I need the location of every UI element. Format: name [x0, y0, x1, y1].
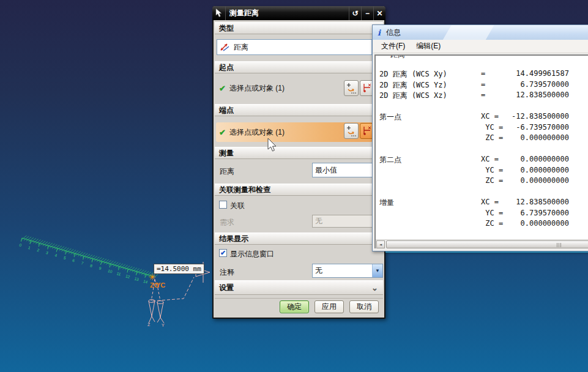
ok-button[interactable]: 确定: [280, 300, 309, 313]
axis-label-z: Z: [147, 322, 151, 327]
point-dialog-icon: [346, 125, 357, 137]
measure-distance-dialog: 测量距离 ↺ − ✕ 类型 距离 ▼ 起点 ✔ 选择点或对象 (1): [212, 6, 385, 319]
associate-checkbox[interactable]: [219, 201, 227, 209]
ruler-number: 8: [90, 263, 94, 268]
requirement-label: 需求: [220, 217, 234, 228]
show-info-window-label: 显示信息窗口: [230, 249, 274, 259]
section-header-start[interactable]: 起点: [215, 61, 383, 73]
green-check-icon: ✔: [219, 84, 226, 93]
close-button[interactable]: ✕: [373, 6, 385, 20]
type-combo[interactable]: 距离 ▼: [217, 39, 382, 55]
info-line: 2D 距离 (WCS Yz)=6.739570000: [376, 80, 588, 91]
ruler-number: 14: [143, 279, 148, 285]
type-combo-value: 距离: [231, 42, 371, 53]
ruler-number: 5: [63, 256, 67, 261]
green-check-icon: ✔: [219, 128, 226, 137]
chevron-down-icon[interactable]: ⌄: [371, 281, 378, 295]
info-line: ZC =0.000000000: [376, 176, 588, 187]
info-line: 增量XC =12.838500000: [376, 198, 588, 208]
minimize-button[interactable]: −: [361, 6, 373, 20]
section-header-label: 结果显示: [219, 234, 248, 243]
info-icon: i: [378, 28, 381, 37]
measure-method-value: 最小值: [313, 165, 372, 176]
button-separator: [215, 298, 383, 299]
blue-check-icon: ✔: [220, 250, 226, 256]
section-header-settings[interactable]: 设置 ⌄: [215, 280, 383, 295]
selection-arrow-icon: [212, 6, 226, 20]
section-header-results[interactable]: 结果显示: [215, 232, 383, 245]
end-select-label: 选择点或对象 (1): [229, 127, 285, 138]
annotation-value: 无: [313, 266, 372, 276]
section-header-assoc[interactable]: 关联测量和检查: [215, 184, 383, 196]
ruler-number: 0: [19, 242, 23, 247]
show-info-window-checkbox[interactable]: ✔: [219, 249, 227, 257]
apply-button[interactable]: 应用: [314, 300, 344, 313]
section-header-label: 起点: [219, 63, 234, 72]
section-header-label: 端点: [219, 106, 234, 114]
end-point-dialog-button[interactable]: [344, 123, 359, 139]
requirement-value: 无: [313, 216, 372, 226]
info-line: ZC =0.000000000: [376, 219, 588, 229]
ruler-hatch: [21, 234, 158, 279]
scroll-left-button[interactable]: ◄: [376, 240, 385, 248]
dropdown-arrow-icon[interactable]: ▼: [372, 264, 382, 277]
dialog-title: 测量距离: [226, 8, 349, 18]
highlight-line: [385, 251, 588, 253]
ruler-ticks: [21, 238, 146, 278]
z-axis-cone: [149, 301, 155, 316]
distance-label: 距离: [220, 166, 234, 177]
info-line: 2D 距离 (WCS Xy)=14.499961587: [376, 69, 588, 80]
y-axis-cone-base: [157, 301, 163, 304]
application-window: 0 1 2 3 4 5 6 7 8 9 10 11 12 13 14: [0, 0, 588, 372]
measurement-ruler[interactable]: 0 1 2 3 4 5 6 7 8 9 10 11 12 13 14: [19, 234, 158, 286]
horizontal-scrollbar[interactable]: ◄: [376, 239, 588, 248]
info-titlebar[interactable]: i 信息: [373, 25, 588, 40]
menu-edit[interactable]: 编辑(E): [413, 40, 444, 53]
ruler-number: 10: [107, 269, 113, 274]
point-icon: [362, 125, 373, 137]
cancel-button[interactable]: 取消: [349, 300, 379, 313]
info-window: i 信息 文件(F) 编辑(E) 距离 2D 距离 (WCS Xy)=14.49…: [372, 24, 588, 251]
annotation-label: 注释: [220, 267, 234, 278]
info-line: YC =6.739570000: [376, 209, 588, 219]
ruler-number: 4: [54, 253, 58, 258]
ruler-number: 6: [72, 258, 76, 263]
ruler-number: 11: [116, 271, 122, 277]
sketch-tail: [157, 318, 164, 323]
section-header-label: 关联测量和检查: [219, 185, 270, 194]
scrollbar-grip: [557, 243, 562, 247]
sketch-dashed-line: [152, 277, 194, 301]
wcs-label-yc: YC: [156, 281, 165, 289]
section-header-label: 类型: [219, 24, 234, 32]
ruler-number: 12: [125, 273, 130, 279]
axis-label-y: Y: [162, 323, 165, 327]
dimension-value-label[interactable]: =14.5000 mm: [154, 264, 204, 274]
scrollbar-thumb[interactable]: [386, 240, 588, 248]
info-line: 第一点XC =-12.838500000: [376, 112, 588, 122]
start-point-dialog-button[interactable]: [344, 80, 359, 96]
point-dialog-icon: [346, 82, 357, 94]
info-line: 第二点XC =0.000000000: [376, 155, 588, 165]
dialog-titlebar[interactable]: 测量距离 ↺ − ✕: [212, 6, 385, 20]
menu-file[interactable]: 文件(F): [378, 40, 408, 53]
ruler-number: 7: [81, 261, 84, 266]
section-header-label: 设置: [219, 283, 234, 292]
section-header-type[interactable]: 类型: [215, 22, 383, 34]
section-header-end[interactable]: 端点: [215, 104, 383, 116]
ruler-number: 9: [99, 266, 102, 270]
ruler-number: 1: [28, 245, 31, 250]
ruler-number: 2: [37, 248, 40, 253]
info-line: YC =0.000000000: [376, 166, 588, 176]
reset-button[interactable]: ↺: [349, 6, 361, 20]
info-content[interactable]: 距离 2D 距离 (WCS Xy)=14.499961587 2D 距离 (WC…: [374, 54, 588, 248]
partial-text-line: 距离: [376, 56, 588, 59]
section-header-measure[interactable]: 测量: [215, 147, 383, 159]
ruler-number: 3: [45, 250, 49, 255]
start-select-label: 选择点或对象 (1): [229, 83, 285, 94]
info-menubar: 文件(F) 编辑(E): [373, 40, 588, 53]
associate-label: 关联: [230, 201, 245, 211]
section-header-label: 测量: [219, 149, 234, 157]
info-window-title: 信息: [386, 28, 401, 38]
annotation-combo[interactable]: 无 ▼: [312, 264, 383, 278]
info-line: ZC =0.000000000: [376, 133, 588, 144]
